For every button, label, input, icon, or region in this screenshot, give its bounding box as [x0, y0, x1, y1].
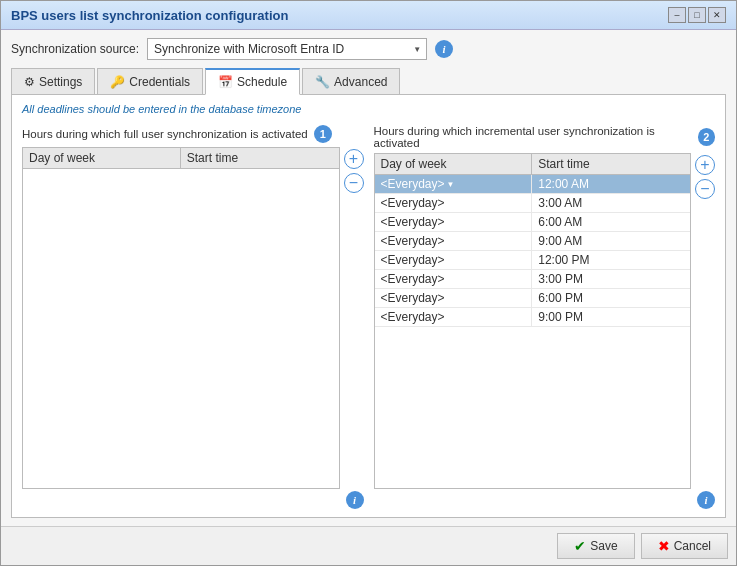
incremental-sync-remove-button[interactable]: − — [695, 179, 715, 199]
incremental-sync-panel-with-controls: Day of week Start time <Everyday> ▼12:00… — [374, 153, 716, 489]
table-row[interactable]: <Everyday> ▼12:00 AM — [375, 175, 691, 194]
save-button[interactable]: ✔ Save — [557, 533, 634, 559]
minimize-button[interactable]: – — [668, 7, 686, 23]
table-row[interactable]: <Everyday>6:00 PM — [375, 289, 691, 308]
cancel-x-icon: ✖ — [658, 538, 670, 554]
table-row[interactable]: <Everyday>12:00 PM — [375, 251, 691, 270]
window-body: Synchronization source: Synchronize with… — [1, 30, 736, 526]
table-cell-day: <Everyday> — [375, 194, 533, 212]
incremental-sync-panel-header: Hours during which incremental user sync… — [374, 125, 716, 149]
full-sync-controls: + − — [344, 147, 364, 489]
incremental-sync-col-day: Day of week — [375, 154, 533, 174]
full-sync-panel: Hours during which full user synchroniza… — [22, 125, 364, 509]
table-cell-time: 6:00 AM — [532, 213, 690, 231]
sync-source-row: Synchronization source: Synchronize with… — [11, 38, 726, 60]
cancel-label: Cancel — [674, 539, 711, 553]
maximize-button[interactable]: □ — [688, 7, 706, 23]
table-cell-day: <Everyday> ▼ — [375, 175, 533, 193]
table-cell-time: 9:00 PM — [532, 308, 690, 326]
content-area: All deadlines should be entered in the d… — [11, 94, 726, 518]
table-cell-time: 3:00 PM — [532, 270, 690, 288]
incremental-sync-title: Hours during which incremental user sync… — [374, 125, 692, 149]
table-cell-time: 9:00 AM — [532, 232, 690, 250]
close-button[interactable]: ✕ — [708, 7, 726, 23]
full-sync-table: Day of week Start time — [22, 147, 340, 489]
tab-settings-label: Settings — [39, 75, 82, 89]
full-sync-col-day: Day of week — [23, 148, 181, 168]
incremental-sync-footer: i — [374, 489, 716, 509]
full-sync-table-body — [23, 169, 339, 488]
incremental-sync-controls: + − — [695, 153, 715, 489]
credentials-icon: 🔑 — [110, 75, 125, 89]
table-row[interactable]: <Everyday>3:00 PM — [375, 270, 691, 289]
table-cell-day: <Everyday> — [375, 232, 533, 250]
full-sync-badge: 1 — [314, 125, 332, 143]
incremental-sync-col-time: Start time — [532, 154, 690, 174]
tab-schedule[interactable]: 📅 Schedule — [205, 68, 300, 95]
incremental-sync-panel: Hours during which incremental user sync… — [374, 125, 716, 509]
sync-source-select-wrapper: Synchronize with Microsoft Entra ID — [147, 38, 427, 60]
table-cell-time: 12:00 AM — [532, 175, 690, 193]
window-title: BPS users list synchronization configura… — [11, 8, 288, 23]
tab-settings[interactable]: ⚙ Settings — [11, 68, 95, 95]
sync-source-info-icon[interactable]: i — [435, 40, 453, 58]
incremental-sync-table-header: Day of week Start time — [375, 154, 691, 175]
table-cell-day: <Everyday> — [375, 213, 533, 231]
full-sync-col-time: Start time — [181, 148, 339, 168]
table-row[interactable]: <Everyday>3:00 AM — [375, 194, 691, 213]
main-window: BPS users list synchronization configura… — [0, 0, 737, 566]
tab-credentials[interactable]: 🔑 Credentials — [97, 68, 203, 95]
full-sync-panel-with-controls: Day of week Start time + − — [22, 147, 364, 489]
sync-source-label: Synchronization source: — [11, 42, 139, 56]
full-sync-remove-button[interactable]: − — [344, 173, 364, 193]
table-row[interactable]: <Everyday>6:00 AM — [375, 213, 691, 232]
incremental-sync-table-body[interactable]: <Everyday> ▼12:00 AM<Everyday>3:00 AM<Ev… — [375, 175, 691, 488]
schedule-icon: 📅 — [218, 75, 233, 89]
table-cell-time: 6:00 PM — [532, 289, 690, 307]
title-bar: BPS users list synchronization configura… — [1, 1, 736, 30]
full-sync-footer: i — [22, 489, 364, 509]
tab-credentials-label: Credentials — [129, 75, 190, 89]
incremental-sync-badge: 2 — [698, 128, 715, 146]
incremental-sync-add-button[interactable]: + — [695, 155, 715, 175]
window-controls: – □ ✕ — [668, 7, 726, 23]
panels-row: Hours during which full user synchroniza… — [22, 125, 715, 509]
full-sync-add-button[interactable]: + — [344, 149, 364, 169]
table-cell-day: <Everyday> — [375, 251, 533, 269]
settings-icon: ⚙ — [24, 75, 35, 89]
full-sync-panel-header: Hours during which full user synchroniza… — [22, 125, 364, 143]
full-sync-table-header: Day of week Start time — [23, 148, 339, 169]
table-row[interactable]: <Everyday>9:00 AM — [375, 232, 691, 251]
incremental-sync-info-button[interactable]: i — [697, 491, 715, 509]
tab-schedule-label: Schedule — [237, 75, 287, 89]
sync-source-select[interactable]: Synchronize with Microsoft Entra ID — [147, 38, 427, 60]
cancel-button[interactable]: ✖ Cancel — [641, 533, 728, 559]
advanced-icon: 🔧 — [315, 75, 330, 89]
full-sync-title: Hours during which full user synchroniza… — [22, 128, 308, 140]
footer-bar: ✔ Save ✖ Cancel — [1, 526, 736, 565]
save-label: Save — [590, 539, 617, 553]
table-cell-day: <Everyday> — [375, 308, 533, 326]
tab-advanced[interactable]: 🔧 Advanced — [302, 68, 400, 95]
timezone-note: All deadlines should be entered in the d… — [22, 103, 715, 115]
table-cell-day: <Everyday> — [375, 270, 533, 288]
table-row[interactable]: <Everyday>9:00 PM — [375, 308, 691, 327]
dropdown-arrow-icon: ▼ — [447, 180, 455, 189]
full-sync-info-button[interactable]: i — [346, 491, 364, 509]
table-cell-day: <Everyday> — [375, 289, 533, 307]
tab-advanced-label: Advanced — [334, 75, 387, 89]
table-cell-time: 12:00 PM — [532, 251, 690, 269]
tabs-row: ⚙ Settings 🔑 Credentials 📅 Schedule 🔧 Ad… — [11, 68, 726, 95]
incremental-sync-table: Day of week Start time <Everyday> ▼12:00… — [374, 153, 692, 489]
save-check-icon: ✔ — [574, 538, 586, 554]
table-cell-time: 3:00 AM — [532, 194, 690, 212]
